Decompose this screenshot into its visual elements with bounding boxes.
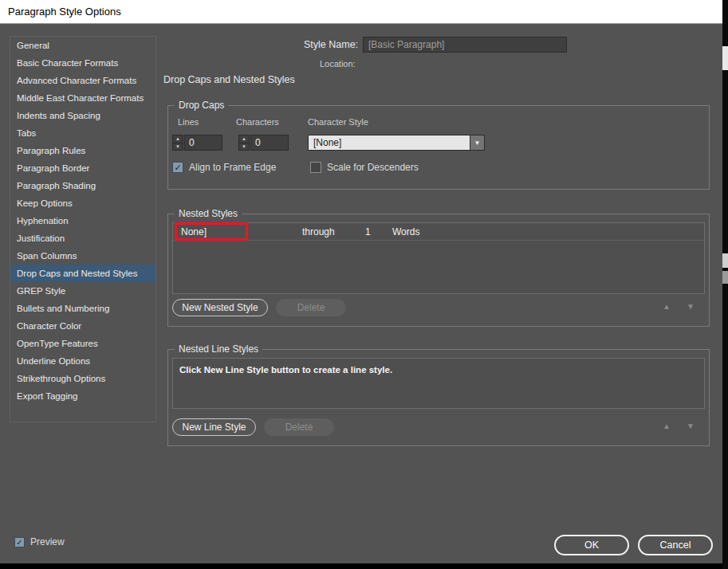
- sidebar-item-bullets-and-numbering[interactable]: Bullets and Numbering: [10, 300, 155, 317]
- check-icon: ✓: [16, 538, 22, 547]
- stepper-down-icon[interactable]: ▼: [239, 143, 249, 151]
- align-to-frame-edge-label: Align to Frame Edge: [189, 162, 276, 173]
- panel-title: Drop Caps and Nested Styles: [163, 74, 295, 85]
- stepper-down-icon[interactable]: ▼: [173, 143, 183, 151]
- triangle-up-icon: ▲: [663, 422, 671, 430]
- sidebar-item-basic-character-formats[interactable]: Basic Character Formats: [10, 54, 155, 72]
- screen-edge-artifact: [722, 46, 728, 70]
- drop-caps-group-title: Drop Caps: [175, 100, 228, 111]
- character-style-value: [None]: [313, 135, 341, 150]
- style-name-label: Style Name:: [304, 39, 358, 50]
- nested-styles-group-title: Nested Styles: [175, 208, 242, 219]
- nested-style-unit-cell[interactable]: Words: [392, 223, 419, 241]
- character-style-dropdown[interactable]: [None] ▼: [308, 135, 485, 151]
- sidebar-item-character-color[interactable]: Character Color: [10, 317, 155, 335]
- sidebar-item-keep-options[interactable]: Keep Options: [10, 194, 155, 212]
- lines-label: Lines: [178, 117, 199, 127]
- cancel-button[interactable]: Cancel: [638, 535, 713, 555]
- characters-stepper[interactable]: ▲ ▼: [238, 135, 250, 151]
- new-line-style-button[interactable]: New Line Style: [172, 418, 256, 436]
- triangle-down-icon: ▼: [687, 422, 695, 430]
- align-to-frame-edge-checkbox[interactable]: ✓: [172, 162, 183, 173]
- nested-line-styles-group-title: Nested Line Styles: [175, 343, 262, 355]
- sidebar-item-hyphenation[interactable]: Hyphenation: [10, 212, 155, 230]
- sidebar-item-justification[interactable]: Justification: [10, 230, 155, 247]
- sidebar-item-paragraph-border[interactable]: Paragraph Border: [10, 159, 155, 177]
- screen-edge-artifact: [722, 253, 728, 268]
- screen: Paragraph Style Options General Basic Ch…: [0, 0, 728, 569]
- location-label: Location:: [320, 59, 356, 69]
- preview-checkbox[interactable]: ✓: [14, 537, 25, 547]
- delete-nested-style-button[interactable]: Delete: [276, 299, 346, 316]
- preview-label: Preview: [30, 536, 65, 547]
- nested-line-styles-list: Click New Line Style button to create a …: [172, 358, 705, 409]
- move-up-button[interactable]: ▲: [663, 303, 671, 311]
- nested-line-styles-placeholder: Click New Line Style button to create a …: [179, 365, 392, 375]
- sidebar-item-middle-east-character-formats[interactable]: Middle East Character Formats: [10, 89, 155, 107]
- delete-line-style-button[interactable]: Delete: [264, 418, 334, 436]
- stepper-up-icon[interactable]: ▲: [173, 135, 183, 143]
- sidebar-item-drop-caps-and-nested-styles[interactable]: Drop Caps and Nested Styles: [10, 265, 155, 282]
- window-title: Paragraph Style Options: [8, 0, 121, 23]
- lines-stepper[interactable]: ▲ ▼: [172, 135, 183, 151]
- chevron-down-icon[interactable]: ▼: [470, 135, 485, 151]
- nested-style-name-cell[interactable]: None]: [181, 223, 207, 241]
- nested-style-count-cell[interactable]: 1: [365, 223, 371, 241]
- sidebar-item-span-columns[interactable]: Span Columns: [10, 247, 155, 265]
- character-style-label: Character Style: [308, 117, 368, 127]
- sidebar-item-paragraph-shading[interactable]: Paragraph Shading: [10, 177, 155, 194]
- stepper-up-icon[interactable]: ▲: [239, 135, 249, 143]
- move-down-button[interactable]: ▼: [687, 422, 695, 430]
- sidebar-item-export-tagging[interactable]: Export Tagging: [10, 387, 155, 405]
- sidebar-item-strikethrough-options[interactable]: Strikethrough Options: [10, 370, 155, 387]
- sidebar-item-opentype-features[interactable]: OpenType Features: [10, 335, 155, 352]
- style-name-input[interactable]: [363, 37, 567, 53]
- sidebar-item-underline-options[interactable]: Underline Options: [10, 352, 155, 370]
- scale-for-descenders-label: Scale for Descenders: [327, 162, 419, 173]
- nested-line-styles-group: Nested Line Styles Click New Line Style …: [167, 349, 710, 446]
- nested-styles-list: None] through 1 Words: [172, 222, 705, 294]
- paragraph-style-options-dialog: General Basic Character Formats Advanced…: [0, 24, 722, 563]
- lines-input[interactable]: [184, 135, 222, 151]
- nested-styles-group: Nested Styles None] through 1 Words New …: [167, 214, 710, 327]
- drop-caps-group: Drop Caps Lines Characters Character Sty…: [167, 105, 710, 190]
- scale-for-descenders-checkbox[interactable]: [310, 162, 321, 173]
- triangle-up-icon: ▲: [663, 302, 671, 311]
- characters-label: Characters: [236, 117, 279, 127]
- sidebar-item-indents-and-spacing[interactable]: Indents and Spacing: [10, 107, 155, 124]
- characters-input[interactable]: [250, 135, 289, 151]
- sidebar-item-tabs[interactable]: Tabs: [10, 124, 155, 142]
- sidebar-item-grep-style[interactable]: GREP Style: [10, 282, 155, 300]
- sidebar-item-general[interactable]: General: [10, 37, 155, 54]
- screen-edge-artifact: [722, 271, 728, 284]
- move-down-button[interactable]: ▼: [687, 303, 695, 311]
- nested-style-row[interactable]: None] through 1 Words: [173, 223, 704, 241]
- right-edge-artifact: [722, 0, 728, 569]
- nested-style-through-cell[interactable]: through: [302, 223, 335, 241]
- sidebar-item-advanced-character-formats[interactable]: Advanced Character Formats: [10, 72, 155, 89]
- titlebar: Paragraph Style Options: [0, 0, 722, 24]
- style-options-sidebar: General Basic Character Formats Advanced…: [10, 36, 156, 422]
- ok-button[interactable]: OK: [554, 535, 629, 555]
- check-icon: ✓: [174, 163, 181, 172]
- triangle-down-icon: ▼: [687, 302, 695, 311]
- move-up-button[interactable]: ▲: [663, 422, 671, 430]
- sidebar-item-paragraph-rules[interactable]: Paragraph Rules: [10, 142, 155, 159]
- new-nested-style-button[interactable]: New Nested Style: [172, 299, 268, 316]
